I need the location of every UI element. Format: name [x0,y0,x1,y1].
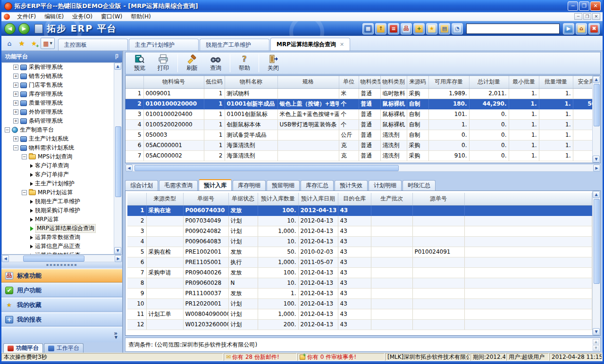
column-header[interactable]: 生产批次 [371,193,412,205]
sidebar-tab-功能平台[interactable]: 功能平台 [3,343,43,353]
close-button[interactable]: ✕ [590,1,601,11]
column-header[interactable]: 物料类别 [380,76,407,88]
tree-item[interactable]: 脱期采购订单维护 [2,206,114,215]
status-audit[interactable]: 你有 0 件审核事务! [297,353,385,361]
tree-item[interactable]: −MPS计划查询 [2,152,114,161]
column-header[interactable]: 物料名称 [225,76,277,88]
tree-item[interactable]: +主生产计划系统 [2,134,114,143]
column-header[interactable]: 单位 [339,76,359,88]
tree-vertical-scrollbar[interactable]: ▲ ▼ [114,63,122,254]
column-header[interactable]: 来源码 [407,76,428,88]
table-row[interactable]: 1采购在途P006074030发放100.2012-04-1343 [127,205,592,215]
scroll-thumb[interactable] [115,126,121,197]
mdi-close-button[interactable]: ✕ [592,13,600,20]
scroll-left-icon[interactable]: ◀ [126,165,133,172]
tree-expander-icon[interactable]: + [13,136,18,141]
tree-item[interactable]: MRP运算 [2,215,114,224]
tree-expander-icon[interactable]: + [13,74,18,79]
scroll-down-icon[interactable]: ▼ [593,328,600,335]
tree-expander-icon[interactable]: − [5,127,10,132]
tree-expander-icon[interactable]: + [13,118,18,124]
banner-button-close-red-icon[interactable]: ✖ [588,23,600,34]
detail-tab-预计失效[interactable]: 预计失效 [335,180,368,190]
table-row[interactable]: 2P007034049计划10.2012-04-1343 [127,215,592,226]
banner-button-folder-list-icon[interactable]: ▤ [439,23,450,34]
tree-item[interactable]: +采购管理系统 [2,63,114,72]
table-row[interactable]: 50500031测试备货半成品公斤普通清洗剂自制0.0.1.1. [126,130,592,140]
material-grid-hscrollbar[interactable]: ◀ ▶ [125,164,601,172]
column-header[interactable]: 预计入库日期 [298,193,338,205]
banner-button-folder-add-icon[interactable]: + [413,23,425,34]
sidebar-panel-标准功能[interactable]: 品标准功能 [1,269,122,282]
scroll-up-icon[interactable]: ▲ [593,76,600,83]
table-row[interactable]: 8PR09060028N10.2012-04-1343 [127,278,592,288]
tree-item[interactable]: +销售分销系统 [2,72,114,81]
column-header[interactable]: 物料类型 [359,76,380,88]
tree-item[interactable]: −MRP计划运算 [2,188,114,197]
preview-button[interactable]: 预览 [128,53,151,74]
column-header[interactable]: 可用库存量 [428,76,469,88]
column-header[interactable]: 物料编号 [143,76,204,88]
mdi-restore-button[interactable]: ❐ [583,13,591,20]
table-row[interactable]: 9PR11100037发放1.2012-04-1343 [127,288,592,298]
scroll-right-icon[interactable]: ▶ [593,165,600,172]
table-row[interactable]: 11计划工单W008040900001计划1,000.2012-04-1343 [127,309,592,319]
tree-item[interactable]: 客户订单查询 [2,161,114,170]
menu-item[interactable]: 编辑(E) [40,12,68,21]
table-row[interactable]: 705AC0000022海藻清洗剂克普通清洗剂采购910.0.1.1. [126,150,592,161]
refresh-button[interactable]: 刷新 [181,53,203,74]
banner-button-folder-up-icon[interactable]: ↑ [375,23,386,34]
banner-button-star-badge-icon[interactable]: ★ [426,23,437,34]
table-row[interactable]: 6PRE1105001执行1,000.2011-05-0743 [127,257,592,267]
column-header[interactable]: 规格 [277,76,339,88]
mdi-minimize-button[interactable]: ─ [574,13,582,20]
tree-expander-icon[interactable]: + [13,109,18,115]
window-list-dropdown[interactable]: ▦▼ [41,38,55,49]
detail-grid-vscrollbar[interactable]: ▲ ▼ [592,191,600,335]
detail-tab-计划明细[interactable]: 计划明细 [369,180,402,190]
tree-expander-icon[interactable]: − [13,145,18,150]
tree-expander-icon[interactable]: + [13,83,18,88]
column-header[interactable] [126,76,143,88]
tree-item[interactable]: 客户订单排产 [2,170,114,179]
restore-button[interactable]: ❐ [579,1,589,11]
status-mail[interactable]: ✉ 你有 28 份新邮件! [224,353,297,361]
detail-tab-毛需求查询[interactable]: 毛需求查询 [159,180,198,190]
query-scroll-up-icon[interactable]: ▲ [593,339,599,345]
tree-item[interactable]: 主生产计划维护 [2,179,114,188]
tab-close-icon[interactable]: ✕ [340,41,344,48]
tree-item[interactable]: +门店零售系统 [2,81,114,90]
detail-tab-预计入库[interactable]: 预计入库 [199,179,232,190]
scroll-down-icon[interactable]: ▼ [593,156,600,163]
detail-tab-库存明细[interactable]: 库存明细 [233,180,266,190]
back-button[interactable]: ◀ [4,23,16,34]
column-header[interactable]: 源单号 [412,193,464,205]
tree-item[interactable]: +质量管理系统 [2,99,114,108]
minimize-button[interactable]: ─ [568,1,578,11]
table-row[interactable]: 20100100020000101001创新半成品银色上盖（按键）+透明个普通鼠… [126,99,592,109]
table-row[interactable]: 10PR12020001计划100.2012-04-1343 [127,298,592,309]
close-view-button[interactable]: 关闭 [262,53,285,74]
print-button[interactable]: 打印 [152,53,175,74]
column-header[interactable]: 低位码 [204,76,225,88]
chevron-down-icon[interactable]: ▼ [115,336,117,339]
query-scroll-down-icon[interactable]: ▼ [593,345,599,351]
column-header[interactable]: 单据号 [183,193,228,205]
table-row[interactable]: 3P009024082计划1,000.2012-04-1343 [127,226,592,236]
material-grid-vscrollbar[interactable]: ▲ ▼ [592,76,600,163]
column-header[interactable]: 最小批量 [509,76,539,88]
favorite-star-icon[interactable]: ★ [16,38,27,49]
home-icon[interactable]: ⌂ [4,38,15,49]
menu-item[interactable]: 文件(F) [13,12,40,21]
scroll-up-icon[interactable]: ▲ [593,191,600,198]
table-row[interactable]: 7采购申请PR09040026发放100.2012-04-1343 [127,267,592,278]
scroll-left-icon[interactable]: ◀ [2,255,9,262]
detail-tab-综合计划[interactable]: 综合计划 [125,180,158,190]
banner-button-layout-icon[interactable]: ▦ [362,23,374,34]
detail-tab-时段汇总[interactable]: 时段汇总 [403,180,436,190]
banner-button-notebook-icon[interactable]: ≡ [388,23,399,34]
table-row[interactable]: 5采购在检PRE1002001发放50.2010-02-0343P0100240… [127,247,592,257]
tree-item[interactable]: −生产制造平台 [2,125,114,134]
table-row[interactable]: 100090011测试物料米普通临时散料采购1,989.2,011.1.1. [126,88,592,99]
tab-主控面板[interactable]: 主控面板 [58,39,128,50]
